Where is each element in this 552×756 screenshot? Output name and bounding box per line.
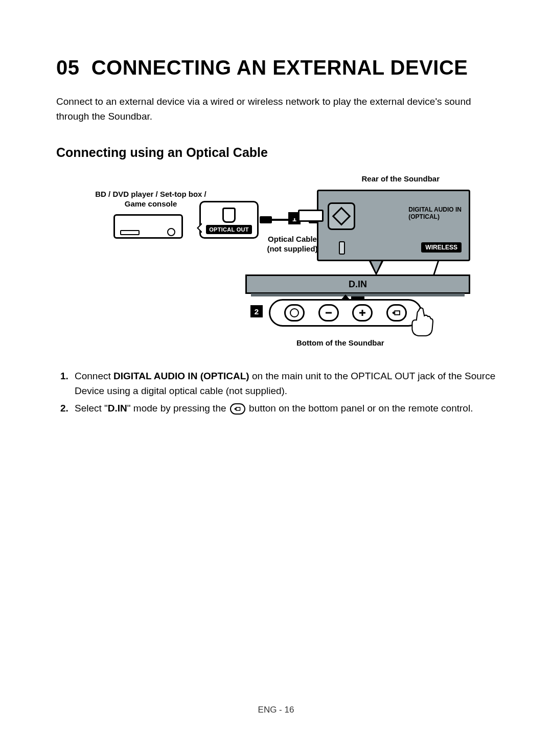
soundbar-rear-panel: DIGITAL AUDIO IN (OPTICAL) WIRELESS bbox=[317, 190, 470, 261]
svg-rect-3 bbox=[395, 311, 400, 315]
volume-up-button-icon bbox=[352, 304, 373, 322]
pointing-hand-icon bbox=[404, 304, 440, 339]
instruction-step: Select "D.IN" mode by pressing the butto… bbox=[75, 401, 496, 416]
chapter-name: CONNECTING AN EXTERNAL DEVICE bbox=[91, 56, 468, 79]
optical-cable-label: Optical Cable (not supplied) bbox=[262, 235, 323, 254]
label-bottom-soundbar: Bottom of the Soundbar bbox=[296, 338, 384, 348]
svg-rect-2 bbox=[362, 310, 363, 316]
chapter-number: 05 bbox=[56, 56, 80, 79]
power-button-icon bbox=[284, 304, 305, 322]
source-button-icon bbox=[230, 403, 245, 415]
port-label: DIGITAL AUDIO IN (OPTICAL) bbox=[408, 207, 462, 221]
source-device-illustration bbox=[113, 214, 183, 239]
page-footer: ENG - 16 bbox=[0, 705, 552, 715]
display-strip: D.IN bbox=[245, 274, 470, 294]
cable-connector-icon bbox=[298, 210, 324, 222]
display-text: D.IN bbox=[349, 279, 367, 290]
wireless-label: WIRELESS bbox=[421, 242, 462, 253]
digital-audio-in-port bbox=[328, 202, 355, 230]
chapter-title: 05 CONNECTING AN EXTERNAL DEVICE bbox=[56, 56, 496, 79]
instruction-list: Connect DIGITAL AUDIO IN (OPTICAL) on th… bbox=[56, 369, 496, 416]
instruction-step: Connect DIGITAL AUDIO IN (OPTICAL) on th… bbox=[75, 369, 496, 399]
label-source-device: BD / DVD player / Set-top box / Game con… bbox=[92, 190, 210, 209]
intro-text: Connect to an external device via a wire… bbox=[56, 95, 496, 124]
volume-down-button-icon bbox=[318, 304, 339, 322]
callout-tail-icon bbox=[369, 261, 383, 276]
step-marker-2: 2 bbox=[250, 305, 263, 317]
aux-port-icon bbox=[339, 241, 345, 255]
section-title: Connecting using an Optical Cable bbox=[56, 145, 496, 160]
svg-rect-4 bbox=[236, 407, 240, 410]
optical-plug-icon bbox=[222, 208, 236, 223]
connection-diagram: Rear of the Soundbar BD / DVD player / S… bbox=[82, 174, 470, 348]
optical-out-label: OPTICAL OUT bbox=[206, 225, 252, 234]
label-rear-soundbar: Rear of the Soundbar bbox=[361, 174, 440, 184]
optical-out-callout: OPTICAL OUT bbox=[199, 201, 259, 239]
soundbar-bottom-controls bbox=[269, 299, 422, 327]
svg-rect-0 bbox=[326, 312, 332, 314]
